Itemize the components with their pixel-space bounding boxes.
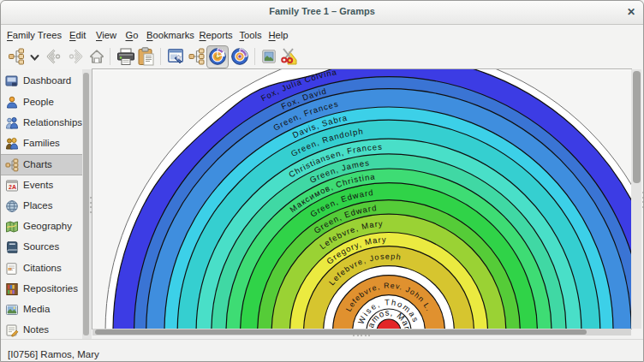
- svg-text:”: ”: [8, 266, 12, 276]
- svg-text:2A: 2A: [9, 184, 16, 190]
